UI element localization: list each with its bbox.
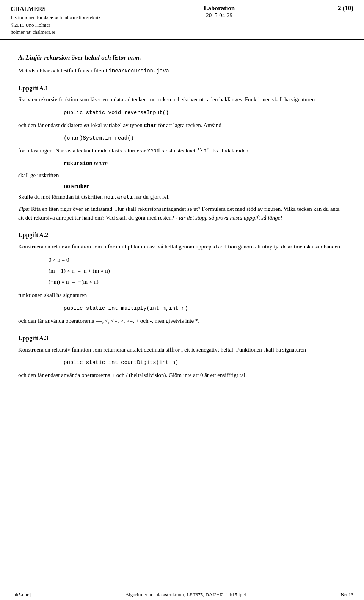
section-a-file: LinearRecursion.java — [105, 68, 169, 74]
org-sub1: Institutionen för data- och informations… — [11, 14, 101, 21]
a1-code1: public static void reverseInput() — [64, 110, 346, 116]
section-a-title: A. Linjär rekursion över heltal och list… — [18, 53, 346, 63]
header-center: Laboration 2015-04-29 — [204, 5, 235, 19]
page: CHALMERS Institutionen för data- och inf… — [0, 0, 364, 600]
a3-title: Uppgift A.3 — [18, 334, 346, 343]
org-name: CHALMERS — [11, 5, 101, 14]
a2-text2: och den får använda operatorerna ==, <, … — [18, 317, 346, 325]
math-line-3: (−m) × n = −(m × n) — [49, 277, 346, 287]
lab-date: 2015-04-29 — [204, 12, 235, 19]
footer: [lab5.doc] Algoritmer och datastrukturer… — [0, 589, 364, 600]
a3-code: public static int countDigits(int n) — [64, 360, 346, 366]
org-sub3: holmer 'at' chalmers.se — [11, 28, 101, 36]
math-line-2: (m + 1) × n = n + (m × n) — [49, 266, 346, 276]
main-content: A. Linjär rekursion över heltal och list… — [0, 40, 364, 392]
a1-skall: skall ge utskriften — [18, 171, 346, 180]
a3-text1: Konstruera en rekursiv funktion som retu… — [18, 346, 346, 354]
a2-title: Uppgift A.2 — [18, 231, 346, 240]
header: CHALMERS Institutionen för data- och inf… — [0, 0, 364, 40]
math-line-1: 0 × n = 0 — [49, 255, 346, 265]
a1-title: Uppgift A.1 — [18, 84, 346, 93]
math-block: 0 × n = 0 (m + 1) × n = n + (m × n) (−m)… — [49, 255, 346, 287]
page-number: 2 (10) — [338, 5, 353, 12]
a1-code2: (char)System.in.read() — [64, 135, 346, 141]
org-sub2: ©2015 Uno Holmer — [11, 21, 101, 29]
a2-code: public static int multiply(int m,int n) — [64, 305, 346, 311]
footer-right: Nr: 13 — [340, 592, 353, 598]
a1-tips: Tips: Rita en liten figur över en indata… — [18, 205, 346, 223]
rekursion-block: rekursion return — [64, 160, 346, 166]
a1-text3: för inläsningen. När sista tecknet i rad… — [18, 146, 346, 155]
a1-text1: Skriv en rekursiv funktion som läser en … — [18, 95, 346, 104]
header-left: CHALMERS Institutionen för data- och inf… — [11, 5, 101, 36]
lab-title: Laboration — [204, 5, 235, 12]
noisruker: noisruker — [64, 183, 346, 190]
footer-left: [lab5.doc] — [11, 592, 31, 598]
a1-text4: Skulle du mot förmodan få utskriften noi… — [18, 193, 346, 202]
a2-sig-text: funktionen skall ha signaturen — [18, 291, 346, 300]
a3-text2: och den får endast använda operatorerna … — [18, 371, 346, 380]
a2-text1: Konstruera en rekursiv funktion som utfö… — [18, 242, 346, 251]
a1-text2: och den får endast deklarera en lokal va… — [18, 121, 346, 130]
section-a-intro: Metodstubbar och testfall finns i filen … — [18, 66, 346, 75]
footer-center: Algoritmer och datastrukturer, LET375, D… — [126, 592, 246, 598]
